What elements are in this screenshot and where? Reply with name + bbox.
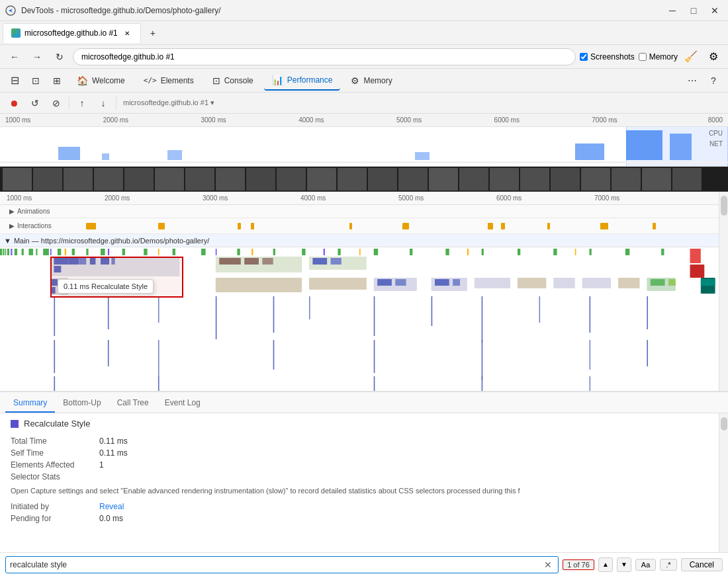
svg-rect-33: [3, 249, 4, 255]
svg-rect-29: [612, 168, 641, 190]
record-button[interactable]: ⏺: [5, 95, 23, 112]
search-cancel-button[interactable]: Cancel: [681, 558, 723, 571]
timeline-controls: ⏺ ↺ ⊘ ↑ ↓ microsoftedge.github.io #1 ▾: [0, 93, 728, 114]
svg-rect-134: [273, 340, 275, 370]
tab-bottom-up[interactable]: Bottom-Up: [55, 394, 109, 413]
svg-rect-69: [251, 249, 253, 255]
overview-area[interactable]: 1000 ms 2000 ms 3000 ms 4000 ms 5000 ms …: [0, 114, 728, 167]
main-thread-section: ▼ Main — https://microsoftedge.github.io…: [0, 234, 719, 391]
tab-event-log[interactable]: Event Log: [157, 394, 208, 413]
address-bar: ← → ↻ microsoftedge.github.io #1 Screens…: [0, 45, 728, 69]
bottom-panel-scrollbar[interactable]: [719, 413, 728, 552]
svg-rect-68: [158, 249, 159, 255]
restore-button[interactable]: □: [686, 3, 702, 19]
domain-label: microsoftedge.github.io #1 ▾: [120, 99, 217, 107]
screenshots-checkbox[interactable]: Screenshots: [580, 52, 635, 62]
tab-call-tree[interactable]: Call Tree: [109, 394, 157, 413]
main-thread-content[interactable]: 0.11 ms Recalculate Style: [0, 247, 719, 391]
help-button[interactable]: ?: [704, 71, 723, 90]
browser-tab[interactable]: microsoftedge.github.io #1 ✕: [3, 23, 141, 43]
summary-row-elements: Elements Affected 1: [11, 459, 708, 471]
svg-rect-27: [551, 168, 580, 190]
svg-rect-86: [312, 258, 327, 265]
tick-8000: 8000: [690, 116, 723, 124]
tab-elements[interactable]: </> Elements: [136, 71, 202, 91]
svg-rect-132: [108, 340, 109, 366]
new-tab-button[interactable]: +: [145, 25, 161, 41]
svg-rect-37: [22, 249, 24, 255]
devtools-dock-button[interactable]: ⊡: [26, 71, 45, 90]
svg-rect-8: [0, 161, 728, 163]
search-next-button[interactable]: ▼: [617, 557, 631, 572]
bottom-panel: Summary Bottom-Up Call Tree Event Log Re…: [0, 391, 728, 576]
svg-rect-64: [108, 249, 109, 255]
tab-close-button[interactable]: ✕: [122, 28, 132, 38]
search-case-button[interactable]: Aa: [635, 559, 656, 571]
svg-rect-1: [58, 147, 80, 160]
main-chevron: ▼: [4, 237, 11, 245]
clean-icon[interactable]: 🧹: [682, 48, 700, 66]
tab-performance[interactable]: 📊 Performance: [264, 71, 341, 91]
interaction-bar-1: [86, 223, 96, 229]
performance-panel: ⏺ ↺ ⊘ ↑ ↓ microsoftedge.github.io #1 ▾ 1…: [0, 93, 728, 576]
memory-checkbox[interactable]: Memory: [639, 52, 678, 62]
search-input-wrap[interactable]: ✕: [5, 556, 559, 573]
svg-rect-65: [216, 249, 217, 255]
back-button[interactable]: ←: [5, 48, 24, 66]
devtools-layout-button[interactable]: ⊞: [48, 71, 66, 90]
screenshots-strip: [0, 167, 728, 192]
svg-rect-101: [158, 296, 159, 323]
scrollbar-thumb[interactable]: [721, 196, 727, 216]
download-button[interactable]: ↓: [95, 95, 112, 112]
flame-rows-container[interactable]: ▶ Animations ▶ Interactions: [0, 205, 719, 391]
svg-rect-100: [108, 296, 109, 329]
svg-rect-87: [331, 258, 341, 265]
svg-rect-19: [307, 168, 336, 190]
svg-rect-99: [54, 296, 55, 336]
tick-4000: 4000 ms: [298, 116, 396, 124]
interaction-bar-4: [251, 223, 254, 229]
svg-rect-108: [539, 296, 541, 323]
more-tabs-button[interactable]: ⋯: [683, 71, 702, 90]
address-input[interactable]: microsoftedge.github.io #1: [73, 48, 576, 65]
tab-console[interactable]: ⊡ Console: [205, 71, 261, 91]
search-input[interactable]: [10, 560, 542, 569]
tab-summary[interactable]: Summary: [5, 394, 55, 413]
devtools-settings-button[interactable]: ⚙: [704, 48, 723, 66]
summary-row-pending: Pending for 0.0 ms: [11, 513, 708, 524]
svg-rect-30: [642, 168, 671, 190]
search-prev-button[interactable]: ▲: [598, 557, 613, 572]
flame-main: 1000 ms 2000 ms 3000 ms 4000 ms 5000 ms …: [0, 192, 719, 391]
interactions-row: ▶ Interactions: [0, 218, 719, 234]
svg-rect-130: [701, 279, 715, 286]
flame-scrollbar[interactable]: [719, 192, 728, 391]
svg-rect-9: [3, 168, 32, 190]
separator: [69, 97, 69, 110]
svg-rect-7: [670, 134, 692, 160]
interaction-bar-11: [653, 223, 656, 229]
reveal-link[interactable]: Reveal: [99, 502, 708, 511]
devtools-toggle-button[interactable]: ⊟: [5, 71, 24, 90]
search-clear-button[interactable]: ✕: [542, 559, 554, 571]
forward-button[interactable]: →: [28, 48, 46, 66]
interactions-label: ▶ Interactions: [7, 222, 60, 229]
svg-rect-48: [201, 249, 206, 255]
svg-rect-137: [590, 340, 591, 370]
svg-rect-14: [155, 168, 184, 190]
refresh-record-button[interactable]: ↺: [26, 95, 44, 112]
svg-rect-119: [475, 278, 510, 288]
reload-button[interactable]: ↻: [50, 48, 69, 66]
svg-rect-31: [672, 168, 702, 190]
search-regex-button[interactable]: .*: [660, 559, 676, 571]
bottom-scrollbar-thumb[interactable]: [721, 417, 727, 431]
svg-rect-126: [668, 279, 676, 286]
flame-selection-box: [50, 257, 183, 298]
tab-memory[interactable]: ⚙ Memory: [343, 71, 400, 91]
upload-button[interactable]: ↑: [73, 95, 91, 112]
minimize-button[interactable]: ─: [664, 3, 680, 19]
tab-welcome[interactable]: 🏠 Welcome: [69, 71, 133, 91]
svg-rect-15: [185, 168, 214, 190]
clear-button[interactable]: ⊘: [48, 95, 65, 112]
svg-rect-107: [482, 296, 483, 343]
close-button[interactable]: ✕: [707, 3, 723, 19]
